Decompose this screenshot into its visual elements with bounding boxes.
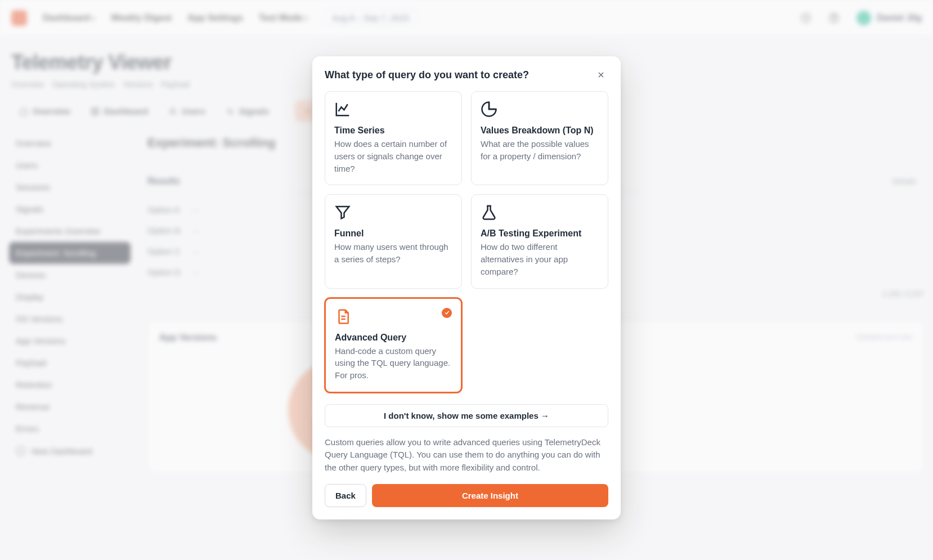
show-examples-button[interactable]: I don't know, show me some examples → xyxy=(325,404,608,427)
option-values-breakdown[interactable]: Values Breakdown (Top N) What are the po… xyxy=(471,91,608,185)
create-insight-label: Create Insight xyxy=(462,491,518,500)
option-title: A/B Testing Experiment xyxy=(481,229,599,239)
line-chart-icon xyxy=(334,101,351,118)
flask-icon xyxy=(481,204,497,221)
document-icon xyxy=(335,308,352,325)
modal-title: What type of query do you want to create… xyxy=(325,69,529,81)
option-title: Time Series xyxy=(334,126,452,136)
option-title: Funnel xyxy=(334,229,452,239)
create-query-modal: What type of query do you want to create… xyxy=(312,56,621,519)
selected-check-badge xyxy=(442,308,452,318)
option-funnel[interactable]: Funnel How many users went through a ser… xyxy=(325,194,462,288)
option-advanced-query[interactable]: Advanced Query Hand-code a custom query … xyxy=(325,298,462,393)
close-button[interactable] xyxy=(594,68,608,82)
modal-header: What type of query do you want to create… xyxy=(312,56,621,91)
close-icon xyxy=(596,70,605,79)
funnel-icon xyxy=(334,204,351,221)
option-title: Advanced Query xyxy=(335,333,452,343)
back-button-label: Back xyxy=(335,491,356,500)
option-desc: Hand-code a custom query using the TQL q… xyxy=(335,345,452,382)
modal-description: Custom queries allow you to write advanc… xyxy=(312,427,621,474)
pie-chart-icon xyxy=(481,101,497,118)
show-examples-label: I don't know, show me some examples → xyxy=(384,411,549,420)
option-title: Values Breakdown (Top N) xyxy=(481,126,599,136)
back-button[interactable]: Back xyxy=(325,484,366,507)
option-time-series[interactable]: Time Series How does a certain number of… xyxy=(325,91,462,185)
create-insight-button[interactable]: Create Insight xyxy=(372,484,608,507)
option-ab-testing[interactable]: A/B Testing Experiment How do two differ… xyxy=(471,194,608,288)
check-icon xyxy=(444,310,450,316)
option-desc: What are the possible values for a prope… xyxy=(481,138,599,163)
option-desc: How do two different alternatives in you… xyxy=(481,241,599,277)
option-desc: How many users went through a series of … xyxy=(334,241,452,266)
option-desc: How does a certain number of users or si… xyxy=(334,138,452,174)
modal-footer: Back Create Insight xyxy=(312,474,621,519)
query-type-options: Time Series How does a certain number of… xyxy=(312,91,621,393)
